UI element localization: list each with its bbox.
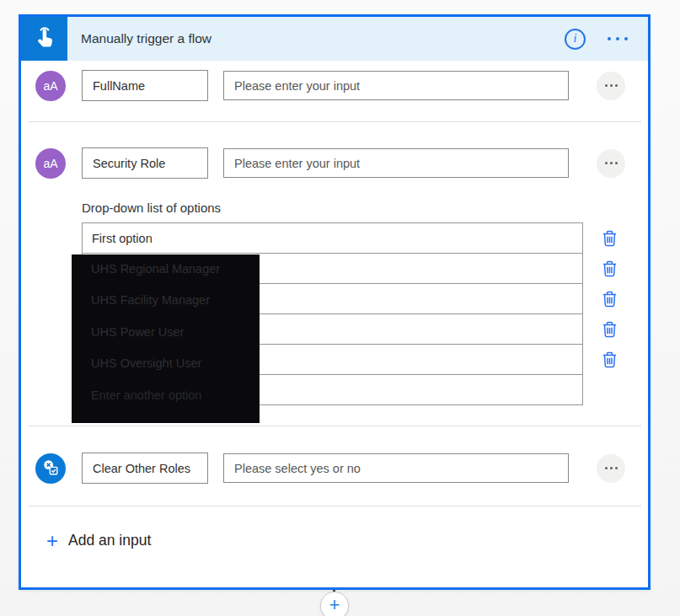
delete-option-trash-icon[interactable]: [600, 319, 619, 340]
dropdown-option-input-4[interactable]: [83, 314, 582, 344]
insert-new-step-plus-button[interactable]: +: [320, 592, 349, 616]
manual-trigger-tile: [21, 17, 67, 61]
text-type-glyph: aA: [43, 157, 57, 170]
card-menu-ellipsis-icon[interactable]: [606, 32, 629, 46]
delete-option-trash-icon[interactable]: [600, 288, 619, 309]
security-role-options-ellipsis-icon[interactable]: [597, 149, 625, 178]
divider: [28, 121, 641, 122]
card-header[interactable]: Manually trigger a flow i: [21, 17, 648, 61]
yes-no-input-type-icon: [35, 453, 66, 484]
delete-option-trash-icon[interactable]: [600, 258, 619, 279]
delete-option-trash-icon[interactable]: [600, 349, 619, 370]
divider: [28, 426, 641, 426]
dropdown-option-row: [82, 253, 583, 284]
add-an-input-button[interactable]: + Add an input: [46, 532, 151, 549]
hand-tap-icon: [31, 24, 58, 54]
dropdown-option-row: [82, 283, 583, 314]
input-row-security-role: aA: [35, 147, 648, 179]
fullname-name-field[interactable]: [82, 70, 208, 101]
info-icon[interactable]: i: [565, 29, 586, 50]
dropdown-option-row: [82, 222, 583, 254]
clear-other-roles-name-field[interactable]: [82, 453, 208, 484]
dropdown-option-input-5[interactable]: [83, 345, 582, 374]
card-title: Manually trigger a flow: [81, 31, 211, 46]
fullname-value-field[interactable]: [223, 71, 569, 100]
add-input-label: Add an input: [68, 532, 151, 549]
dropdown-option-input-2[interactable]: [83, 254, 582, 283]
dropdown-new-option-row: [82, 374, 583, 405]
dropdown-option-input-3[interactable]: [83, 284, 582, 313]
text-type-glyph: aA: [43, 79, 57, 93]
dropdown-options-label: Drop-down list of options: [82, 201, 648, 215]
security-role-name-field[interactable]: [82, 147, 208, 179]
input-row-clear-other-roles: [35, 453, 648, 484]
clear-other-roles-options-ellipsis-icon[interactable]: [597, 454, 625, 483]
divider: [28, 506, 641, 506]
dropdown-option-row: [82, 344, 583, 375]
text-input-type-icon: aA: [35, 71, 66, 101]
security-role-value-field[interactable]: [223, 148, 569, 178]
input-row-fullname: aA: [35, 70, 648, 101]
dropdown-option-input-1[interactable]: [83, 223, 582, 253]
manual-trigger-card: Manually trigger a flow i aA aA Drop-dow…: [19, 14, 651, 590]
text-input-type-icon: aA: [35, 148, 66, 179]
fullname-options-ellipsis-icon[interactable]: [597, 72, 625, 100]
dropdown-new-option-input[interactable]: [83, 375, 582, 404]
dropdown-options-list: [82, 222, 583, 405]
dropdown-option-row: [82, 313, 583, 345]
plus-icon: +: [46, 533, 58, 549]
delete-option-trash-icon[interactable]: [600, 228, 619, 249]
clear-other-roles-value-field[interactable]: [223, 453, 569, 483]
